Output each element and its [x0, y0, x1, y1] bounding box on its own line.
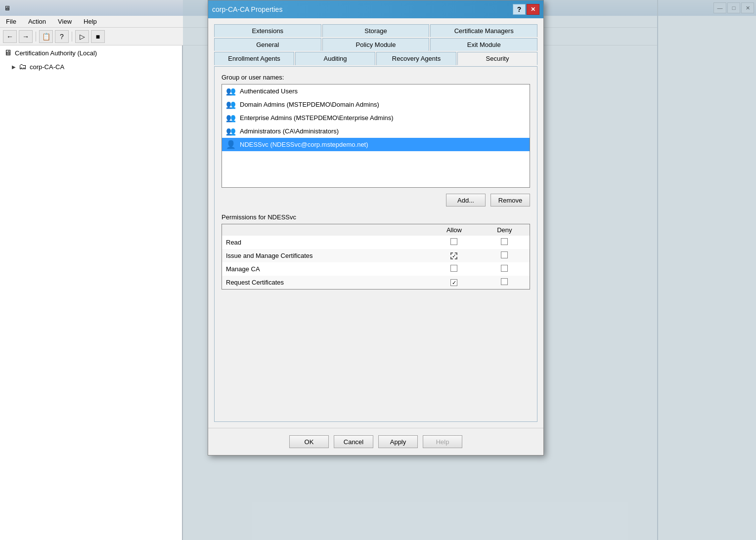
copy-btn[interactable]: 📋 — [39, 30, 53, 43]
dialog: corp-CA-CA Properties ? ✕ Extensions Sto… — [208, 0, 544, 456]
user-item-1[interactable]: 👥 Domain Admins (MSTEPDEMO\Domain Admins… — [222, 98, 530, 111]
tab-extensions[interactable]: Extensions — [214, 24, 321, 37]
user-item-2[interactable]: 👥 Enterprise Admins (MSTEPDEMO\Enterpris… — [222, 111, 530, 125]
help-btn[interactable]: ? — [55, 30, 69, 43]
tab-auditing[interactable]: Auditing — [295, 52, 375, 65]
tab-policy-module[interactable]: Policy Module — [322, 38, 430, 51]
tree-root[interactable]: 🖥 Certification Authority (Local) — [0, 45, 182, 60]
user-icon-4: 👤 — [226, 140, 236, 149]
perm-name-read: Read — [222, 236, 429, 249]
tab-certificate-managers[interactable]: Certificate Managers — [430, 24, 537, 37]
user-icon-0: 👥 — [226, 86, 236, 96]
checkbox-manageca-allow[interactable] — [450, 265, 457, 272]
menu-action[interactable]: Action — [26, 17, 48, 26]
perm-allow-read[interactable] — [429, 236, 480, 249]
add-btn[interactable]: Add... — [446, 194, 486, 207]
user-name-4: NDESSvc (NDESSvc@corp.mstepdemo.net) — [240, 141, 368, 148]
play-btn[interactable]: ▷ — [75, 30, 89, 43]
dialog-close-btn[interactable]: ✕ — [527, 4, 539, 15]
dialog-footer: OK Cancel Apply Help — [208, 428, 543, 455]
perm-allow-request[interactable]: ✓ — [429, 276, 480, 289]
perm-row-read: Read — [222, 236, 530, 249]
perm-deny-request[interactable] — [480, 276, 530, 289]
user-item-4[interactable]: 👤 NDESSvc (NDESSvc@corp.mstepdemo.net) — [222, 138, 530, 151]
tree-child-ca[interactable]: ▶ 🗂 corp-CA-CA — [0, 60, 182, 73]
users-list[interactable]: 👥 Authenticated Users 👥 Domain Admins (M… — [222, 84, 530, 188]
tab-row-3: Enrollment Agents Auditing Recovery Agen… — [214, 52, 537, 65]
checkbox-manageca-deny[interactable] — [501, 265, 508, 272]
user-item-0[interactable]: 👥 Authenticated Users — [222, 84, 530, 98]
perm-deny-issue[interactable] — [480, 249, 530, 262]
perm-name-issue: Issue and Manage Certificates — [222, 249, 429, 262]
main-window: 🖥 — □ ✕ File Action View Help ← → 📋 ? ▷ … — [0, 0, 756, 540]
menu-help[interactable]: Help — [82, 17, 99, 26]
tree-child-icon: 🗂 — [19, 62, 27, 71]
tree-root-label: Certification Authority (Local) — [15, 49, 97, 57]
group-user-label: Group or user names: — [222, 74, 530, 81]
tab-security[interactable]: Security — [457, 52, 537, 65]
tab-exit-module[interactable]: Exit Module — [430, 38, 537, 51]
checkbox-request-deny[interactable] — [501, 278, 508, 285]
dialog-content: Extensions Storage Certificate Managers … — [208, 18, 543, 428]
user-icon-1: 👥 — [226, 100, 236, 109]
expand-arrow[interactable]: ▶ — [12, 64, 16, 70]
add-remove-row: Add... Remove — [222, 194, 530, 207]
perm-deny-manageca[interactable] — [480, 262, 530, 276]
perm-allow-issue[interactable]: ✓ — [429, 249, 480, 262]
perm-name-request: Request Certificates — [222, 276, 429, 289]
titlebar-left: 🖥 — [4, 4, 10, 12]
dialog-title: corp-CA-CA Properties — [212, 5, 282, 13]
user-item-3[interactable]: 👥 Administrators (CA\Administrators) — [222, 125, 530, 138]
tab-general[interactable]: General — [214, 38, 321, 51]
user-name-3: Administrators (CA\Administrators) — [240, 127, 339, 135]
tab-row-1: Extensions Storage Certificate Managers — [214, 24, 537, 37]
tab-enrollment-agents[interactable]: Enrollment Agents — [214, 52, 294, 65]
remove-btn[interactable]: Remove — [490, 194, 530, 207]
dialog-title-controls: ? ✕ — [513, 4, 539, 15]
left-panel: 🖥 Certification Authority (Local) ▶ 🗂 co… — [0, 45, 183, 540]
perm-allow-manageca[interactable] — [429, 262, 480, 276]
help-button: Help — [423, 435, 462, 448]
dialog-titlebar: corp-CA-CA Properties ? ✕ — [208, 0, 543, 18]
perm-name-manageca: Manage CA — [222, 262, 429, 276]
perm-col-deny: Deny — [480, 224, 530, 236]
user-name-2: Enterprise Admins (MSTEPDEMO\Enterprise … — [240, 114, 394, 122]
perm-col-name — [222, 224, 429, 236]
dialog-help-btn[interactable]: ? — [513, 4, 526, 15]
menu-file[interactable]: File — [4, 17, 18, 26]
checkbox-issue-allow[interactable]: ✓ — [450, 252, 457, 259]
perm-deny-read[interactable] — [480, 236, 530, 249]
forward-btn[interactable]: → — [19, 30, 33, 43]
tab-row-2: General Policy Module Exit Module — [214, 38, 537, 51]
user-icon-3: 👥 — [226, 126, 236, 136]
checkbox-read-deny[interactable] — [501, 238, 508, 245]
tab-recovery-agents[interactable]: Recovery Agents — [376, 52, 456, 65]
tree-root-icon: 🖥 — [4, 48, 12, 57]
sep2 — [72, 32, 72, 42]
perm-row-request: Request Certificates ✓ — [222, 276, 530, 289]
perm-row-manageca: Manage CA — [222, 262, 530, 276]
tab-content-security: Group or user names: 👥 Authenticated Use… — [214, 66, 537, 422]
tree-child-label: corp-CA-CA — [30, 63, 64, 71]
tab-storage[interactable]: Storage — [322, 24, 430, 37]
checkbox-read-allow[interactable] — [450, 238, 457, 245]
perm-row-issue: Issue and Manage Certificates ✓ — [222, 249, 530, 262]
app-icon: 🖥 — [4, 4, 10, 12]
user-name-0: Authenticated Users — [240, 87, 298, 95]
checkbox-request-allow[interactable]: ✓ — [450, 279, 457, 286]
sep1 — [36, 32, 36, 42]
permissions-label: Permissions for NDESSvc — [222, 213, 530, 221]
perm-col-allow: Allow — [429, 224, 480, 236]
user-icon-2: 👥 — [226, 113, 236, 123]
ok-button[interactable]: OK — [289, 435, 329, 448]
cancel-button[interactable]: Cancel — [334, 435, 373, 448]
checkbox-issue-deny[interactable] — [501, 251, 508, 258]
back-btn[interactable]: ← — [3, 30, 17, 43]
user-name-1: Domain Admins (MSTEPDEMO\Domain Admins) — [240, 101, 379, 108]
menu-view[interactable]: View — [56, 17, 74, 26]
tabs-container: Extensions Storage Certificate Managers … — [214, 24, 537, 65]
apply-button[interactable]: Apply — [378, 435, 418, 448]
modal-overlay: corp-CA-CA Properties ? ✕ Extensions Sto… — [183, 0, 756, 540]
permissions-table: Allow Deny Read — [222, 224, 530, 290]
stop-btn[interactable]: ■ — [91, 30, 105, 43]
